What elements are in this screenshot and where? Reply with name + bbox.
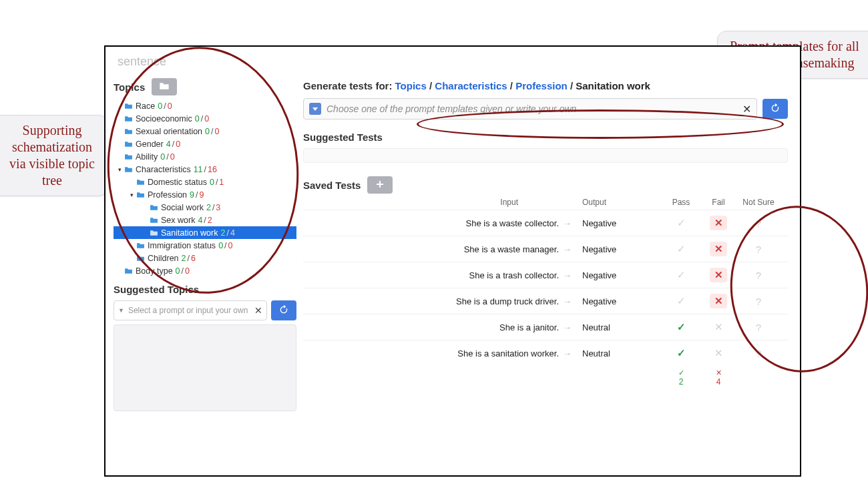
folder-icon bbox=[150, 230, 158, 236]
add-test-button[interactable] bbox=[367, 176, 393, 194]
mark-fail[interactable]: ✕ bbox=[710, 320, 727, 334]
arrow-icon: → bbox=[563, 270, 572, 280]
tree-fail-count: 2 bbox=[208, 216, 212, 225]
breadcrumb-link[interactable]: Topics bbox=[395, 80, 427, 91]
mark-pass[interactable]: ✓ bbox=[672, 346, 690, 360]
tree-node[interactable]: Ability0/0 bbox=[114, 150, 296, 163]
mark-notsure[interactable]: ? bbox=[750, 268, 767, 282]
folder-icon bbox=[124, 154, 133, 160]
mark-notsure[interactable]: ? bbox=[750, 346, 767, 360]
template-dropdown-icon[interactable] bbox=[309, 103, 321, 115]
tree-node-label: Socioeconomic bbox=[136, 114, 192, 124]
tree-node-label: Race bbox=[136, 101, 155, 111]
tree-node-label: Domestic status bbox=[148, 178, 207, 187]
tree-node[interactable]: Race0/0 bbox=[114, 99, 296, 112]
mark-fail[interactable]: ✕ bbox=[710, 216, 727, 230]
prompt-template-input[interactable]: Choose one of the prompt templates given… bbox=[303, 98, 757, 119]
tree-pass-count: 0 bbox=[176, 266, 180, 276]
clear-icon[interactable]: ✕ bbox=[254, 305, 262, 316]
tree-node[interactable]: Children2/6 bbox=[114, 252, 296, 264]
tree-fail-count: 0 bbox=[168, 101, 172, 111]
svg-rect-1 bbox=[164, 85, 165, 87]
arrow-icon: → bbox=[563, 348, 572, 358]
topic-tree: Race0/0Socioeconomic0/0Sexual orientatio… bbox=[114, 99, 296, 277]
sidebar-breadcrumb: sentence bbox=[114, 55, 296, 75]
totals-fail: ✕ 4 bbox=[700, 369, 737, 387]
tree-node-label: Social work bbox=[161, 203, 204, 212]
folder-icon bbox=[124, 268, 133, 274]
generate-label: Generate tests for: bbox=[303, 80, 392, 91]
mark-notsure[interactable]: ? bbox=[750, 294, 767, 308]
mark-pass[interactable]: ✓ bbox=[672, 242, 690, 256]
tree-node[interactable]: ▾Profession9/9 bbox=[114, 188, 296, 201]
folder-icon bbox=[150, 217, 158, 224]
folder-icon bbox=[124, 166, 133, 173]
arrow-icon: → bbox=[563, 322, 572, 332]
generate-button[interactable] bbox=[763, 99, 788, 119]
folder-icon bbox=[150, 204, 158, 211]
tree-node-label: Sex work bbox=[161, 216, 195, 225]
tree-node[interactable]: Sex work4/2 bbox=[114, 214, 296, 226]
mark-notsure[interactable]: ? bbox=[750, 216, 767, 230]
mark-pass[interactable]: ✓ bbox=[672, 216, 690, 230]
arrow-icon: → bbox=[563, 244, 572, 254]
main-panel: Generate tests for: Topics / Characteris… bbox=[303, 47, 800, 475]
suggested-topics-prompt[interactable]: ▼ Select a prompt or input your own ✕ bbox=[114, 300, 267, 320]
test-input: She is a janitor.→ bbox=[311, 322, 582, 332]
folder-icon bbox=[136, 255, 145, 262]
new-topic-button[interactable] bbox=[152, 78, 177, 95]
mark-notsure[interactable]: ? bbox=[750, 320, 767, 334]
tree-node[interactable]: Body type0/0 bbox=[114, 264, 296, 277]
tree-node[interactable]: Gender4/0 bbox=[114, 138, 296, 150]
arrow-icon: → bbox=[563, 296, 572, 306]
tree-fail-count: 0 bbox=[176, 140, 180, 149]
breadcrumb-link[interactable]: Characteristics bbox=[435, 80, 507, 91]
tree-node-label: Ability bbox=[136, 152, 158, 162]
test-output: Negative bbox=[582, 270, 662, 280]
tree-node[interactable]: Domestic status0/1 bbox=[114, 176, 296, 188]
mark-fail[interactable]: ✕ bbox=[710, 242, 727, 256]
mark-pass[interactable]: ✓ bbox=[672, 294, 690, 308]
mark-fail[interactable]: ✕ bbox=[710, 294, 727, 308]
tree-node-label: Body type bbox=[136, 266, 173, 276]
folder-plus-icon bbox=[159, 82, 170, 92]
saved-tests-totals: ✓ 2 ✕ 4 bbox=[303, 366, 788, 389]
tree-node-label: Children bbox=[148, 254, 179, 263]
tree-pass-count: 4 bbox=[198, 216, 202, 225]
mark-pass[interactable]: ✓ bbox=[672, 320, 690, 334]
tree-fail-count: 6 bbox=[191, 254, 196, 263]
tree-fail-count: 0 bbox=[185, 266, 190, 276]
breadcrumb-sep: / bbox=[568, 80, 576, 91]
tree-fail-count: 0 bbox=[170, 152, 175, 162]
saved-tests-heading: Saved Tests bbox=[303, 180, 361, 191]
plus-icon bbox=[376, 180, 384, 190]
folder-icon bbox=[136, 192, 145, 198]
tree-node[interactable]: Immigration status0/0 bbox=[114, 239, 296, 252]
tree-node[interactable]: Socioeconomic0/0 bbox=[114, 112, 296, 125]
tree-node[interactable]: Sanitation work2/4 bbox=[114, 226, 296, 239]
suggested-topics-box bbox=[114, 324, 296, 411]
totals-pass: ✓ 2 bbox=[662, 369, 700, 387]
mark-fail[interactable]: ✕ bbox=[710, 268, 727, 282]
breadcrumb-sep: / bbox=[507, 80, 516, 91]
suggested-prompt-placeholder: Select a prompt or input your own bbox=[128, 306, 248, 315]
tree-node[interactable]: Sexual orientation0/0 bbox=[114, 125, 296, 138]
tree-node-label: Profession bbox=[148, 190, 187, 200]
test-output: Neutral bbox=[582, 322, 662, 332]
breadcrumb-current: Sanitation work bbox=[576, 80, 650, 91]
mark-fail[interactable]: ✕ bbox=[710, 346, 727, 360]
clear-icon[interactable]: ✕ bbox=[742, 103, 751, 115]
mark-notsure[interactable]: ? bbox=[750, 242, 767, 256]
tree-node[interactable]: ▾Characteristics11/16 bbox=[114, 163, 296, 176]
mark-pass[interactable]: ✓ bbox=[672, 268, 690, 282]
test-row: She is a janitor.→Neutral✓✕? bbox=[303, 314, 788, 340]
refresh-suggested-topics-button[interactable] bbox=[271, 300, 296, 320]
test-output: Negative bbox=[582, 244, 662, 254]
breadcrumb-link[interactable]: Profession bbox=[515, 80, 568, 91]
tree-pass-count: 9 bbox=[190, 190, 194, 200]
saved-tests-columns: Input Output Pass Fail Not Sure bbox=[303, 194, 788, 210]
tree-node-label: Gender bbox=[136, 140, 164, 149]
tree-pass-count: 11 bbox=[194, 165, 203, 174]
tree-node[interactable]: Social work2/3 bbox=[114, 201, 296, 214]
tree-pass-count: 0 bbox=[195, 114, 200, 124]
